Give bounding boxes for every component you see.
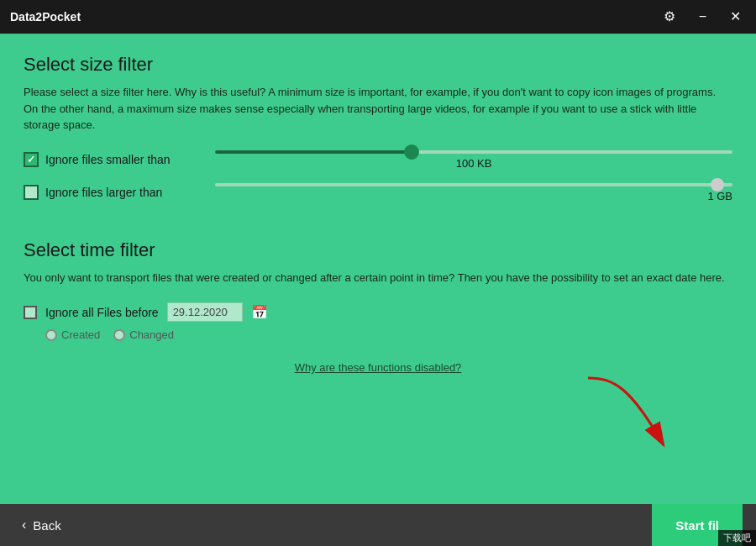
back-label: Back (33, 518, 60, 533)
date-input[interactable] (167, 302, 243, 322)
larger-slider-value: 1 GB (707, 190, 732, 202)
title-bar: Data2Pocket ⚙ − ✕ (0, 0, 756, 34)
main-content: Select size filter Please select a size … (0, 34, 756, 504)
back-button[interactable]: ‹ Back (13, 512, 70, 538)
changed-radio[interactable] (113, 329, 125, 341)
size-filter-desc: Please select a size filter here. Why is… (24, 84, 732, 134)
larger-checkbox[interactable] (24, 185, 39, 200)
settings-button[interactable]: ⚙ (659, 8, 680, 25)
watermark: 下载吧 (718, 530, 756, 546)
close-button[interactable]: ✕ (725, 8, 746, 25)
arrow-overlay (580, 370, 680, 454)
title-bar-left: Data2Pocket (10, 10, 81, 24)
bottom-bar: ‹ Back Start fil (0, 504, 756, 546)
ignore-label: Ignore all Files before (45, 306, 159, 319)
back-arrow-icon: ‹ (22, 517, 26, 533)
app-title: Data2Pocket (10, 10, 81, 24)
why-link[interactable]: Why are these functions disabled? (24, 361, 732, 374)
calendar-icon[interactable]: 📅 (251, 304, 268, 320)
smaller-checkbox[interactable] (24, 152, 39, 167)
smaller-slider-track[interactable] (215, 150, 732, 154)
minimize-button[interactable]: − (694, 8, 711, 25)
larger-slider-track[interactable] (215, 183, 732, 186)
radio-row: Created Changed (45, 328, 732, 341)
smaller-slider-container: 100 KB (215, 150, 732, 170)
size-filter-section: Select size filter Please select a size … (24, 54, 732, 202)
date-checkbox[interactable] (24, 306, 37, 319)
created-radio[interactable] (45, 329, 57, 341)
time-filter-section: Select time filter You only want to tran… (24, 239, 732, 342)
title-controls: ⚙ − ✕ (659, 8, 746, 25)
size-filter-title: Select size filter (24, 54, 732, 76)
larger-label: Ignore files larger than (45, 186, 205, 199)
changed-label: Changed (129, 328, 174, 341)
time-filter-title: Select time filter (24, 239, 732, 261)
larger-filter-row: Ignore files larger than 1 GB (24, 183, 732, 202)
created-radio-item[interactable]: Created (45, 328, 100, 341)
smaller-slider-value: 100 KB (456, 157, 492, 170)
smaller-filter-row: Ignore files smaller than 100 KB (24, 150, 732, 170)
changed-radio-item[interactable]: Changed (113, 328, 174, 341)
time-filter-desc: You only want to transport files that we… (24, 270, 732, 286)
date-row: Ignore all Files before 📅 (24, 302, 732, 322)
smaller-label: Ignore files smaller than (45, 153, 205, 166)
created-label: Created (61, 328, 100, 341)
larger-slider-container: 1 GB (215, 183, 732, 202)
